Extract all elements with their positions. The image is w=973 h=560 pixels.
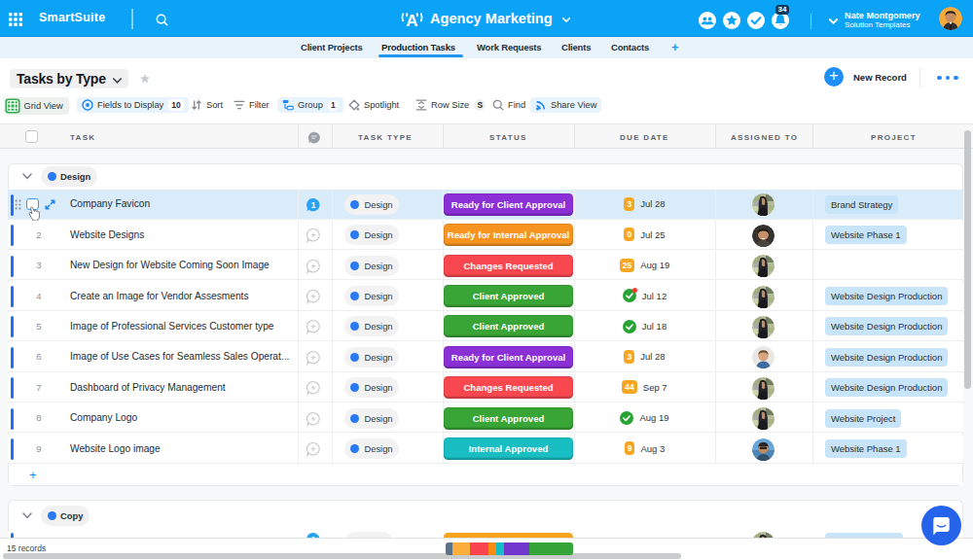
- svg-text:1: 1: [311, 200, 316, 210]
- svg-text:A: A: [406, 12, 417, 30]
